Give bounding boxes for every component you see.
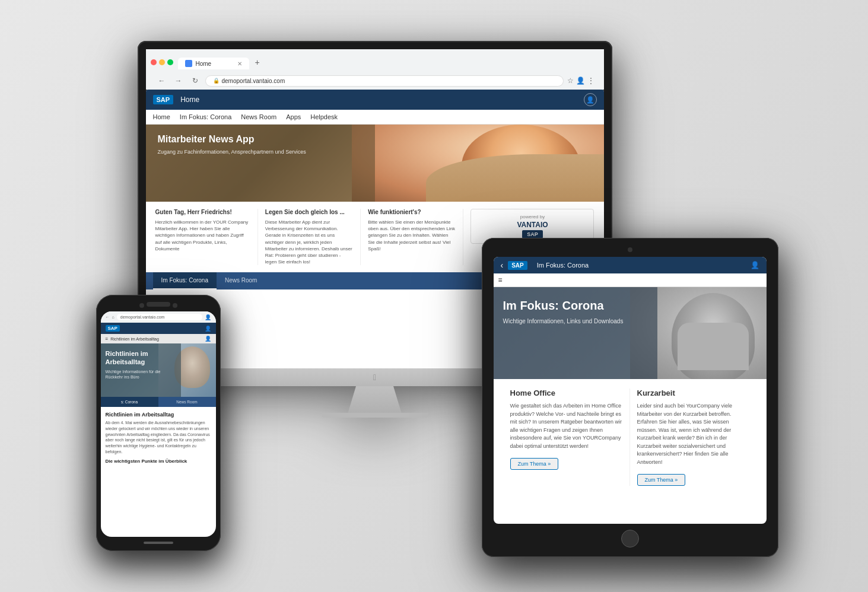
home-office-title: Home Office [510, 389, 622, 397]
browser-actions: ☆ 👤 ⋮ [567, 77, 594, 85]
ipad-back-button[interactable]: ‹ [501, 260, 504, 270]
iphone-url: demoportal.vantaio.com [120, 315, 165, 319]
sap-logo: SAP [153, 95, 174, 104]
iphone-hero-overlay: Richtlinien im Arbeitsalltag Wichtige In… [101, 343, 182, 397]
sap-powered-label: SAP [522, 230, 543, 238]
ipad-hero-overlay: Im Fokus: Corona Wichtige Informationen,… [494, 287, 657, 379]
iphone-portal-header: SAP 👤 [101, 323, 216, 334]
ipad-device: ‹ SAP Im Fokus: Corona 👤 ≡ [482, 238, 778, 557]
window-close-button[interactable] [151, 59, 157, 65]
iphone-tab-bar: s: Corona News Room [101, 397, 216, 407]
forward-button[interactable]: → [172, 74, 185, 87]
ipad-user-icon[interactable]: 👤 [751, 261, 759, 269]
iphone-screen: ← ⌂ demoportal.vantaio.com 👤 SAP 👤 [101, 311, 216, 537]
url-text: demoportal.vantaio.com [222, 78, 285, 84]
howto-body: Bitte wählen Sie einen der Menüpunkte ob… [368, 219, 456, 252]
iphone-article-subtitle: Die wichtigsten Punkte im Überblick [106, 459, 211, 464]
start-body: Diese Mitarbeiter App dient zur Verbesse… [265, 219, 353, 265]
portal-title: Home [180, 96, 199, 104]
iphone-browser-bar: ← ⌂ demoportal.vantaio.com 👤 [101, 311, 216, 323]
kurzarbeit-button[interactable]: Zum Thema » [637, 474, 686, 486]
ipad-card-kurzarbeit: Kurzarbeit Leider sind auch bei YourComp… [630, 389, 757, 486]
ipad-hero-subtitle: Wichtige Informationen, Links und Downlo… [503, 317, 648, 326]
kurzarbeit-title: Kurzarbeit [637, 389, 750, 397]
iphone-sensor [173, 303, 177, 308]
tab-favicon [185, 60, 192, 67]
nav-home[interactable]: Home [153, 113, 170, 120]
iphone-address-bar[interactable]: demoportal.vantaio.com [117, 314, 202, 320]
browser-chrome: Home ✕ + ← → ↻ 🔒 demoportal.vantaio.com [146, 49, 604, 90]
iphone-article: Richtlinien im Arbeitsalltag Ab dem 4. M… [101, 407, 216, 469]
iphone-camera [139, 303, 144, 308]
iphone-notch [147, 302, 170, 307]
home-office-body: Wie gestaltet sich das Arbeiten im Home … [510, 402, 622, 450]
window-maximize-button[interactable] [167, 59, 173, 65]
address-bar[interactable]: 🔒 demoportal.vantaio.com [205, 75, 564, 87]
ipad-card-home-office: Home Office Wie gestaltet sich das Arbei… [503, 389, 630, 486]
iphone-device: ← ⌂ demoportal.vantaio.com 👤 SAP 👤 [96, 295, 221, 551]
iphone-tab-corona[interactable]: s: Corona [101, 397, 158, 407]
profile-icon[interactable]: 👤 [576, 77, 585, 85]
ipad-portal-title: Im Fokus: Corona [537, 262, 746, 269]
welcome-body: Herzlich willkommen in der YOUR Company … [155, 219, 250, 252]
ipad-content-grid: Home Office Wie gestaltet sich das Arbei… [494, 379, 767, 495]
content-card-howto: Wie funktioniert's? Bitte wählen Sie ein… [361, 209, 463, 265]
apple-logo-chin:  [373, 373, 376, 382]
refresh-button[interactable]: ↻ [189, 74, 202, 87]
ipad-hamburger[interactable]: ≡ [498, 276, 503, 284]
ipad-screen: ‹ SAP Im Fokus: Corona 👤 ≡ [494, 257, 767, 524]
ipad-hero-title: Im Fokus: Corona [503, 299, 648, 313]
iphone-user-badge: 👤 [205, 336, 211, 342]
content-card-start: Legen Sie doch gleich los ... Diese Mita… [258, 209, 361, 265]
ipad-home-button[interactable] [621, 530, 639, 548]
iphone-home-indicator [144, 542, 173, 544]
iphone-user-icon[interactable]: 👤 [205, 326, 211, 332]
ipad-camera [628, 247, 632, 252]
hero-subtitle: Zugang zu Fachinformationen, Ansprechpar… [158, 148, 363, 156]
iphone-hero-subtitle: Wichtige Informationen für die Rückkehr … [106, 369, 177, 380]
nav-apps[interactable]: Apps [286, 113, 301, 120]
nav-news-room[interactable]: News Room [241, 113, 276, 120]
vantaio-label: VANTAIO [476, 221, 589, 229]
menu-icon[interactable]: ⋮ [587, 77, 594, 85]
iphone-back-icon[interactable]: ← [106, 315, 110, 319]
tab-im-fokus[interactable]: Im Fokus: Corona [153, 272, 217, 289]
browser-tab-home[interactable]: Home ✕ [178, 58, 249, 69]
imac-base [322, 413, 428, 418]
tab-news-room[interactable]: News Room [217, 272, 265, 289]
iphone-sap-logo: SAP [106, 325, 120, 332]
iphone-hero-title: Richtlinien im Arbeitsalltag [106, 349, 177, 367]
ipad-sub-header: ≡ [494, 273, 767, 287]
tab-label: Home [196, 61, 212, 67]
iphone-hamburger[interactable]: ≡ [106, 336, 109, 342]
portal-header: SAP Home 👤 [146, 90, 604, 110]
hero-section: Mitarbeiter News App Zugang zu Fachinfor… [146, 125, 604, 202]
ipad-hero: Im Fokus: Corona Wichtige Informationen,… [494, 287, 767, 379]
nav-helpdesk[interactable]: Helpdesk [310, 113, 338, 120]
iphone-article-body: Ab dem 4. Mai werden die Ausnahmebeschrä… [106, 420, 211, 455]
lock-icon: 🔒 [213, 78, 220, 84]
breadcrumb-text: Richtlinien im Arbeitsalltag [110, 337, 159, 341]
browser-toolbar: ← → ↻ 🔒 demoportal.vantaio.com ☆ 👤 ⋮ [151, 72, 599, 90]
kurzarbeit-body: Leider sind auch bei YourCompany viele M… [637, 402, 750, 466]
iphone-hero: Richtlinien im Arbeitsalltag Wichtige In… [101, 343, 216, 397]
hero-title: Mitarbeiter News App [158, 134, 363, 145]
iphone-breadcrumb: ≡ Richtlinien im Arbeitsalltag 👤 [101, 334, 216, 343]
tab-close-button[interactable]: ✕ [237, 61, 242, 67]
back-button[interactable]: ← [155, 74, 168, 87]
powered-by-label: powered by [476, 214, 589, 219]
nav-im-fokus[interactable]: Im Fokus: Corona [180, 113, 231, 120]
iphone-home-icon[interactable]: ⌂ [112, 315, 115, 319]
ipad-sap-logo: SAP [508, 261, 527, 270]
welcome-title: Guten Tag, Herr Friedrichs! [155, 209, 250, 215]
window-minimize-button[interactable] [159, 59, 165, 65]
content-card-welcome: Guten Tag, Herr Friedrichs! Herzlich wil… [155, 209, 258, 265]
iphone-person-icon[interactable]: 👤 [205, 314, 211, 320]
home-office-button[interactable]: Zum Thema » [510, 458, 559, 470]
iphone-tab-news[interactable]: News Room [158, 397, 216, 407]
ipad-portal-header: ‹ SAP Im Fokus: Corona 👤 [494, 257, 767, 273]
bookmark-icon[interactable]: ☆ [567, 77, 574, 85]
portal-navigation: Home Im Fokus: Corona News Room Apps Hel… [146, 110, 604, 125]
new-tab-button[interactable]: + [250, 55, 265, 69]
user-profile-icon[interactable]: 👤 [584, 93, 597, 106]
